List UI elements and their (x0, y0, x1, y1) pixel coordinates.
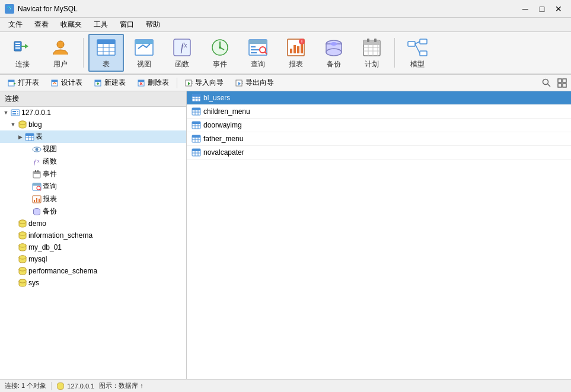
toolbar-event[interactable]: 事件 (202, 34, 238, 72)
tree-item-functions[interactable]: f x 函数 (0, 155, 186, 168)
table-label-doorwayimg: doorwayimg (203, 121, 242, 129)
svg-rect-106 (34, 200, 35, 202)
table-item-children-menu[interactable]: children_menu (187, 105, 571, 119)
events-icon (32, 170, 42, 179)
toolbar-backup[interactable]: 备份 (316, 34, 352, 72)
tree-item-performance-schema[interactable]: performance_schema (0, 265, 186, 277)
svg-rect-107 (36, 198, 37, 202)
views-icon (32, 145, 42, 154)
close-button[interactable]: ✕ (551, 1, 566, 17)
tree-arrow-blog: ▼ (9, 121, 17, 128)
tree-item-my-db-01[interactable]: my_db_01 (0, 241, 186, 253)
svg-rect-60 (95, 80, 101, 82)
svg-marker-56 (14, 82, 16, 85)
table-item-icon-bl-users (192, 93, 201, 103)
toolbar-report[interactable]: ! 报表 (278, 34, 314, 72)
design-table-icon (51, 79, 59, 87)
toolbar-function[interactable]: f x 函数 (164, 34, 200, 72)
table-item-father-menu[interactable]: father_menu (187, 132, 571, 146)
maximize-button[interactable]: □ (534, 1, 550, 17)
toolbar-connect[interactable]: 连接 (5, 34, 40, 72)
model-icon (407, 37, 428, 58)
toolbar-view[interactable]: 视图 (126, 34, 162, 72)
table-item-novalcapater[interactable]: novalcapater (187, 146, 571, 160)
tree-arrow-backups (24, 208, 31, 215)
tree-item-tables[interactable]: ▶ 表 (0, 130, 186, 143)
title-bar: 🐬 Navicat for MySQL ─ □ ✕ (0, 0, 571, 18)
query-icon (247, 37, 269, 58)
tree-item-backups[interactable]: 备份 (0, 205, 186, 218)
svg-point-39 (330, 42, 337, 46)
menu-favorites[interactable]: 收藏夹 (55, 18, 88, 31)
tree-item-events[interactable]: 事件 (0, 168, 186, 180)
toolbar-user-label: 用户 (53, 59, 68, 69)
toolbar-separator-1 (83, 38, 84, 68)
search-button[interactable] (540, 77, 553, 90)
svg-rect-8 (97, 40, 115, 44)
svg-rect-26 (251, 52, 257, 53)
svg-line-52 (415, 42, 420, 44)
tree-item-sys[interactable]: sys (0, 277, 186, 289)
action-open-label: 打开表 (18, 78, 39, 88)
menu-window[interactable]: 窗口 (114, 18, 140, 31)
toolbar-model[interactable]: 模型 (400, 34, 435, 72)
action-open[interactable]: 打开表 (2, 76, 44, 90)
svg-rect-81 (11, 110, 20, 116)
tree-arrow-my-db-01 (9, 244, 17, 251)
table-item-bl-users[interactable]: bl_users (187, 91, 571, 105)
backups-icon (32, 207, 42, 216)
menu-view[interactable]: 查看 (28, 18, 55, 31)
svg-rect-42 (367, 39, 369, 42)
action-new[interactable]: 新建表 (89, 76, 131, 90)
table-icon (95, 37, 117, 58)
tree-item-blog[interactable]: ▼ blog (0, 119, 186, 130)
table-label-bl-users: bl_users (203, 94, 230, 102)
grid-view-icon (557, 78, 567, 88)
toolbar-query[interactable]: 查询 (240, 34, 276, 72)
reports-icon (32, 195, 42, 204)
db-icon-demo (18, 219, 27, 228)
minimize-button[interactable]: ─ (518, 1, 533, 17)
svg-point-113 (19, 232, 26, 235)
grid-view-button[interactable] (556, 77, 569, 90)
action-import[interactable]: 导入向导 (180, 76, 229, 90)
tree-item-mysql[interactable]: mysql (0, 253, 186, 265)
tree-item-server[interactable]: ▼ 127.0.0.1 (0, 107, 186, 119)
tree-item-information-schema[interactable]: information_schema (0, 230, 186, 241)
menu-file[interactable]: 文件 (2, 18, 28, 31)
tree-label-server: 127.0.0.1 (21, 109, 51, 117)
table-item-doorwayimg[interactable]: doorwayimg (187, 119, 571, 132)
svg-rect-79 (558, 84, 562, 87)
tree-arrow-queries (24, 183, 31, 190)
svg-rect-2 (15, 45, 20, 46)
left-panel: 连接 ▼ 127.0.0.1 ▼ (0, 91, 187, 379)
svg-rect-31 (294, 45, 296, 53)
svg-rect-89 (25, 133, 34, 136)
table-item-icon-children-menu (192, 107, 201, 116)
db-icon-sys (18, 278, 27, 288)
window-title: Navicat for MySQL (18, 5, 78, 13)
tree-label-information-schema: information_schema (28, 231, 92, 240)
panel-header: 连接 (0, 91, 186, 107)
tree-item-reports[interactable]: 报表 (0, 193, 186, 205)
toolbar-user[interactable]: 用户 (43, 34, 78, 72)
action-delete[interactable]: 删除表 (132, 76, 174, 90)
tree-item-demo[interactable]: demo (0, 218, 186, 230)
svg-point-21 (219, 46, 221, 49)
menu-tools[interactable]: 工具 (88, 18, 114, 31)
action-design[interactable]: 设计表 (46, 76, 88, 90)
status-separator (51, 382, 52, 390)
tree-arrow-information-schema (9, 232, 17, 239)
toolbar-schedule[interactable]: 计划 (354, 34, 390, 72)
toolbar-table[interactable]: 表 (88, 34, 124, 72)
svg-rect-51 (420, 51, 427, 56)
status-bar: 连接: 1 个对象 127.0.0.1 图示：数据库 ↑ (0, 379, 571, 392)
tree-label-reports: 报表 (43, 194, 57, 204)
tree-arrow-performance-schema (9, 267, 17, 275)
action-export[interactable]: 导出向导 (230, 76, 279, 90)
status-description: 图示：数据库 ↑ (99, 381, 143, 390)
menu-help[interactable]: 帮助 (140, 18, 166, 31)
tree-item-views[interactable]: 视图 (0, 143, 186, 155)
tree-item-queries[interactable]: 查询 (0, 180, 186, 193)
svg-point-94 (36, 148, 39, 151)
